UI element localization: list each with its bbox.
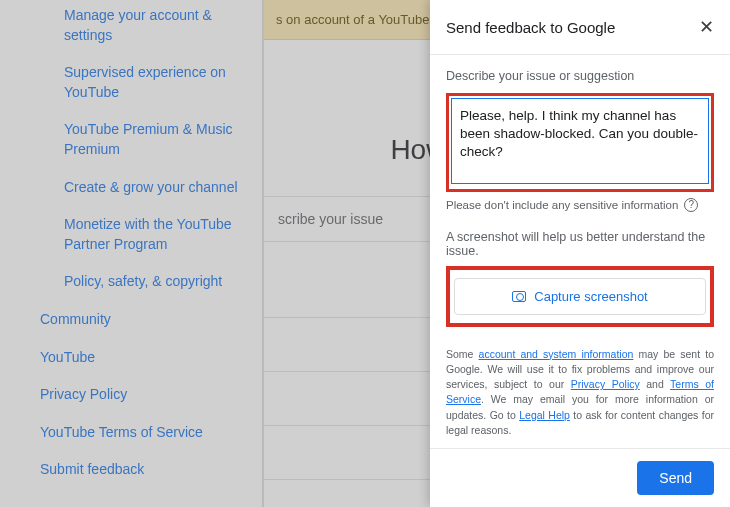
link-account-info[interactable]: account and system information [479,348,634,360]
close-button[interactable]: ✕ [699,16,714,38]
feedback-panel: Send feedback to Google ✕ Describe your … [430,0,730,507]
send-button[interactable]: Send [637,461,714,495]
feedback-header: Send feedback to Google ✕ [430,0,730,55]
sidebar-item-tos[interactable]: YouTube Terms of Service [40,423,238,443]
help-sidebar: Manage your account & settings Supervise… [0,0,262,507]
sidebar-item-youtube[interactable]: YouTube [40,348,238,368]
close-icon: ✕ [699,17,714,37]
screenshot-label: A screenshot will help us better underst… [446,230,714,258]
feedback-textarea[interactable] [451,98,709,184]
feedback-textarea-highlight [446,93,714,192]
sidebar-sub-manage-account[interactable]: Manage your account & settings [64,6,238,45]
sidebar-sub-create-grow[interactable]: Create & grow your channel [64,178,238,198]
feedback-title: Send feedback to Google [446,19,615,36]
link-privacy-policy[interactable]: Privacy Policy [571,378,640,390]
screenshot-icon [512,291,526,302]
link-legal-help[interactable]: Legal Help [519,409,570,421]
sidebar-sub-premium[interactable]: YouTube Premium & Music Premium [64,120,238,159]
describe-label: Describe your issue or suggestion [446,69,714,83]
sidebar-item-privacy[interactable]: Privacy Policy [40,385,238,405]
sidebar-sub-policy[interactable]: Policy, safety, & copyright [64,272,238,292]
sidebar-sub-supervised[interactable]: Supervised experience on YouTube [64,63,238,102]
feedback-footer: Send [430,448,730,507]
sidebar-sub-monetize[interactable]: Monetize with the YouTube Partner Progra… [64,215,238,254]
sidebar-item-submit-feedback[interactable]: Submit feedback [40,460,238,480]
sensitive-info-hint: Please don't include any sensitive infor… [446,198,714,212]
sidebar-item-community[interactable]: Community [40,310,238,330]
capture-screenshot-button[interactable]: Capture screenshot [454,278,706,315]
capture-label: Capture screenshot [534,289,647,304]
info-icon[interactable]: ? [684,198,698,212]
capture-highlight: Capture screenshot [446,266,714,327]
feedback-disclaimer: Some account and system information may … [446,347,714,438]
